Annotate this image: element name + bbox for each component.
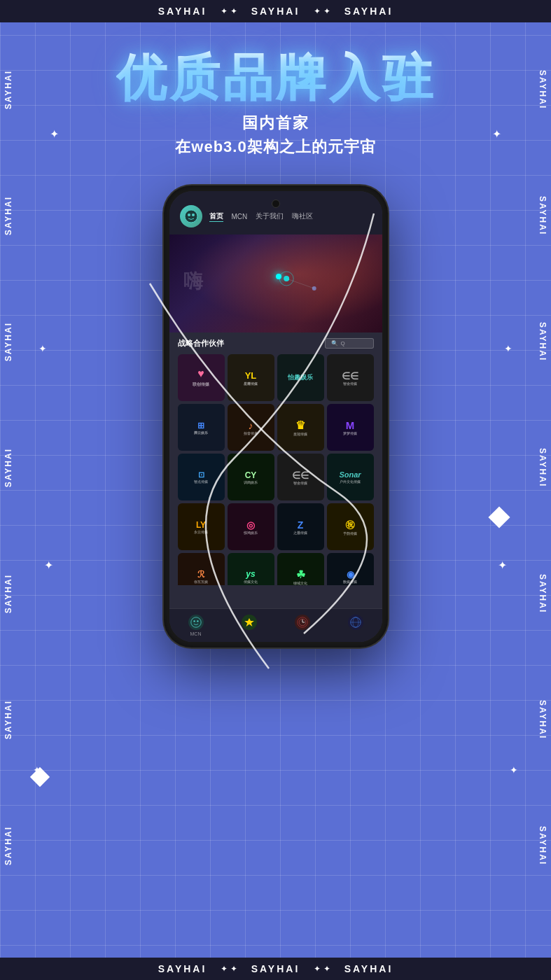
partners-title: 战略合作伙伴 [178,338,224,349]
partners-section: 战略合作伙伴 🔍 Q ♥ 联创传 [169,332,382,591]
side-label-left-7: SAYHAI [4,826,13,865]
partner-logo-19: ☘ 绿域文化 [280,556,321,585]
partner-card-2[interactable]: YL 星耀传媒 [228,354,274,401]
partner-logo-1: ♥ 联创传媒 [181,357,222,398]
partner-card-16[interactable]: ㊗ 予韵传媒 [327,503,374,550]
app-nav[interactable]: 首页 MCN 关于我们 嗨社区 [209,211,314,222]
side-label-left-4: SAYHAI [4,448,13,487]
partner-card-13[interactable]: LY 永云传媒 [178,503,225,550]
search-box[interactable]: 🔍 Q [325,338,374,349]
bottom-nav-icon-4 [348,615,363,630]
nav-mcn[interactable]: MCN [232,213,248,220]
bottom-nav-icon-3 [295,615,310,630]
side-label-right-1: SAYHAI [538,70,547,109]
partner-card-8[interactable]: M 梦梦传媒 [327,404,374,451]
svg-marker-11 [244,618,254,626]
nav-about[interactable]: 关于我们 [256,211,284,221]
partner-card-sonar[interactable]: Sonar 户外文化传媒 [327,454,374,500]
partner-card-5[interactable]: ⊞ 腾云娱乐 [178,404,225,451]
bottom-nav-label-1: MCN [190,631,202,636]
partner-logo-9: ⊡ 智点传媒 [181,456,222,498]
title-area: 优质品牌入驻 国内首家 在web3.0架构之上的元宇宙 [102,22,449,172]
app-header: 首页 MCN 关于我们 嗨社区 [169,191,382,234]
search-placeholder: Q [341,340,345,346]
partner-logo-3: 怡趣娱乐 [280,357,321,398]
side-label-right-7: SAYHAI [538,826,547,865]
hero-scene-svg [169,234,382,332]
partner-card-7[interactable]: ♛ 皇冠传媒 [277,404,324,451]
star-deco-7: ✦ [33,764,41,776]
svg-point-2 [192,214,195,216]
partner-logo-15: Z 之墨传媒 [280,506,321,547]
side-label-right-5: SAYHAI [538,574,547,613]
partner-logo-13: LY 永云传媒 [181,506,222,547]
bottom-nav-item-3[interactable] [295,615,310,636]
subtitle-line1: 国内首家 [116,113,435,134]
partner-card-14[interactable]: ◎ 惊鸿娱乐 [228,503,274,550]
nav-home[interactable]: 首页 [209,211,223,222]
bottom-nav-icon-1 [188,615,204,630]
partner-logo-sonar: Sonar 户外文化传媒 [330,456,371,498]
app-bottom-nav: MCN [169,608,382,642]
partner-logo-20: ◉ 数媒传媒 [330,556,371,585]
partner-logo-14: ◎ 惊鸿娱乐 [230,506,272,547]
bottom-banner: SAYHAI ✦ ✦ SAYHAI ✦ ✦ SAYHAI [0,958,551,980]
partners-grid: ♥ 联创传媒 YL 星耀传媒 [178,354,374,585]
partner-card-20[interactable]: ◉ 数媒传媒 [327,553,374,585]
app-hero-banner: 嗨 [169,234,382,332]
star-deco-6: ✦ [498,559,507,572]
bottom-nav-item-4[interactable] [348,615,363,636]
partner-card-11[interactable]: ∈∈ 智金传媒 [277,454,324,500]
partner-logo-7: ♛ 皇冠传媒 [280,407,321,448]
svg-point-8 [190,617,200,627]
svg-point-10 [197,620,198,622]
partner-logo-4: ∈∈ 智金传媒 [330,357,371,398]
app-logo-icon [180,205,202,227]
phone-inner: 首页 MCN 关于我们 嗨社区 嗨 [169,191,382,642]
partner-logo-2: YL 星耀传媒 [230,357,272,398]
bottom-banner-text-1: SAYHAI [158,963,207,974]
star-deco-3: ✦ [39,343,47,354]
partner-card-6[interactable]: ♪ 拍音传承 [228,404,274,451]
partner-logo-11: ∈∈ 智金传媒 [280,456,321,498]
partner-card-19[interactable]: ☘ 绿域文化 [277,553,324,585]
diamond-deco-2 [30,767,50,787]
partner-card-4[interactable]: ∈∈ 智金传媒 [327,354,374,401]
camera-notch [272,200,280,208]
partner-card-18[interactable]: ys 传媒文化 [228,553,274,585]
bottom-nav-item-1[interactable]: MCN [188,615,204,636]
diamond-deco-1 [488,506,510,528]
svg-rect-3 [169,234,382,332]
svg-point-9 [193,620,195,622]
side-label-right-6: SAYHAI [538,700,547,739]
top-banner-text-2: SAYHAI [251,6,300,17]
partner-card-1[interactable]: ♥ 联创传媒 [178,354,225,401]
top-banner-decorator-2: ✦ ✦ [314,6,330,16]
partner-card-17[interactable]: ℛ 你互互娱 [178,553,225,585]
bottom-banner-text-2: SAYHAI [251,963,300,974]
search-icon: 🔍 [331,340,338,346]
bottom-nav-item-2[interactable] [242,615,257,636]
bottom-banner-decorator-1: ✦ ✦ [221,964,237,974]
partner-card-9[interactable]: ⊡ 智点传媒 [178,454,225,500]
partner-card-15[interactable]: Z 之墨传媒 [277,503,324,550]
partner-logo-18: ys 传媒文化 [230,556,272,585]
side-label-left-1: SAYHAI [4,70,13,109]
side-label-right-2: SAYHAI [538,196,547,235]
partner-card-3[interactable]: 怡趣娱乐 [277,354,324,401]
star-deco-2: ✦ [492,127,501,141]
bottom-banner-text-3: SAYHAI [344,963,393,974]
bottom-banner-decorator-2: ✦ ✦ [314,964,330,974]
star-deco-5: ✦ [44,559,53,572]
side-label-left-3: SAYHAI [4,322,13,361]
star-deco-1: ✦ [50,127,59,141]
side-label-left-2: SAYHAI [4,196,13,235]
nav-community[interactable]: 嗨社区 [292,211,313,221]
subtitle-line2: 在web3.0架构之上的元宇宙 [116,136,435,158]
partner-logo-17: ℛ 你互互娱 [181,556,222,585]
main-title: 优质品牌入驻 [116,50,435,106]
star-deco-4: ✦ [504,343,512,354]
partner-logo-5: ⊞ 腾云娱乐 [181,407,222,448]
partner-card-10[interactable]: CY 训鸽娱乐 [228,454,274,500]
top-banner-text-1: SAYHAI [158,6,207,17]
